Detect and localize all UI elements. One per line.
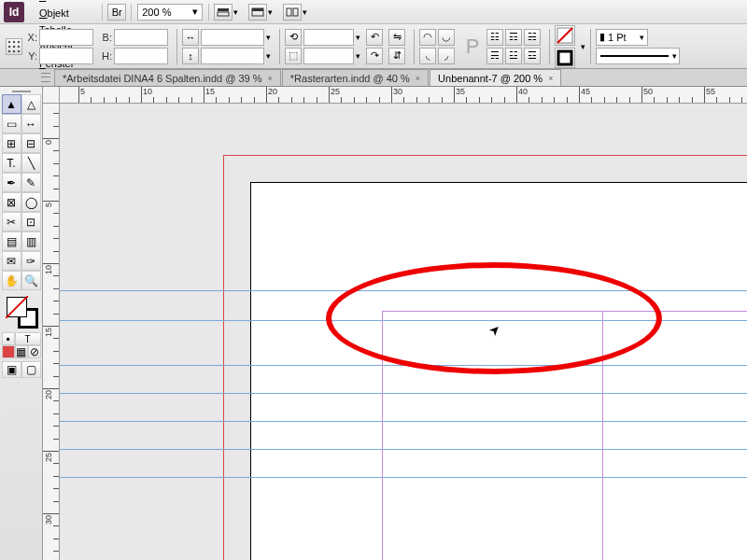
rectangle-frame-tool[interactable]: ⊠ bbox=[2, 192, 21, 212]
direct-selection-tool[interactable]: △ bbox=[21, 94, 41, 114]
stroke-style-field[interactable]: ▾ bbox=[596, 48, 680, 64]
svg-point-7 bbox=[13, 40, 16, 43]
view-mode-preview[interactable]: ▢ bbox=[21, 361, 41, 378]
color-mode-icon[interactable] bbox=[2, 345, 15, 358]
content-placer-tool[interactable]: ⊟ bbox=[21, 133, 41, 153]
pen-tool[interactable]: ✒ bbox=[2, 173, 21, 192]
close-icon[interactable]: × bbox=[268, 74, 273, 83]
height-field[interactable] bbox=[114, 48, 168, 64]
free-transform-tool[interactable]: ⊡ bbox=[21, 212, 41, 231]
zoom-level-field[interactable]: 200 %▾ bbox=[137, 4, 203, 21]
selection-tool[interactable]: ▲ bbox=[2, 94, 21, 114]
svg-rect-4 bbox=[287, 8, 291, 16]
hand-tool[interactable]: ✋ bbox=[2, 271, 21, 290]
document-tab-strip: *Arbeitsdatei DINA4 6 Spalten.indd @ 39 … bbox=[0, 69, 747, 87]
shear-icon: ⬚ bbox=[285, 48, 302, 64]
document-tab[interactable]: Unbenannt-7 @ 200 %× bbox=[430, 69, 561, 86]
control-bar: X: Y: B: H: ↔▾ ↕▾ ⟲▾ ⬚▾ ↶ ↷ ⇋ ⇵ ◠ ◡ ◟ ◞ … bbox=[0, 24, 747, 69]
scale-x-field[interactable] bbox=[201, 29, 264, 46]
rotate-cw-icon[interactable]: ↷ bbox=[366, 48, 383, 64]
separator bbox=[208, 4, 209, 21]
x-label: X: bbox=[24, 32, 37, 43]
stroke-swatch[interactable] bbox=[555, 48, 575, 68]
app-logo: Id bbox=[4, 2, 24, 22]
fill-swatch[interactable] bbox=[555, 25, 575, 46]
eyedropper-tool[interactable]: ✑ bbox=[21, 251, 41, 271]
bridge-button[interactable]: Br bbox=[107, 4, 126, 21]
gradient-mode-icon[interactable]: ▦ bbox=[15, 345, 28, 358]
y-label: Y: bbox=[24, 50, 37, 62]
apply-text-icon[interactable]: T bbox=[15, 332, 41, 345]
arrange-docs-button[interactable] bbox=[283, 4, 302, 21]
gradient-feather-tool[interactable]: ▥ bbox=[21, 231, 41, 251]
corner-shape-icon[interactable]: ◡ bbox=[438, 29, 455, 46]
wrap-icon[interactable]: ☷ bbox=[486, 29, 503, 46]
close-icon[interactable]: × bbox=[416, 74, 420, 83]
wrap-icon[interactable]: ☴ bbox=[486, 48, 503, 64]
svg-line-18 bbox=[6, 296, 28, 318]
close-icon[interactable]: × bbox=[548, 74, 553, 83]
rotate-field[interactable] bbox=[303, 29, 354, 46]
view-mode-normal[interactable]: ▣ bbox=[2, 361, 21, 378]
svg-point-8 bbox=[18, 40, 21, 43]
y-field[interactable] bbox=[39, 48, 93, 64]
w-label: B: bbox=[99, 32, 112, 43]
width-field[interactable] bbox=[114, 29, 168, 46]
fill-stroke-proxy[interactable] bbox=[3, 293, 40, 330]
svg-rect-5 bbox=[293, 8, 298, 16]
pencil-tool[interactable]: ✎ bbox=[21, 173, 41, 192]
content-collector-tool[interactable]: ⊞ bbox=[2, 133, 21, 153]
ellipse-tool[interactable]: ◯ bbox=[21, 192, 41, 212]
rotate-ccw-icon[interactable]: ↶ bbox=[366, 29, 383, 46]
tools-panel: ▲△ ▭↔ ⊞⊟ T.╲ ✒✎ ⊠◯ ✂⊡ ▤▥ ✉✑ ✋🔍 ▪T ▦⊘ ▣▢ bbox=[0, 87, 43, 560]
zoom-tool[interactable]: 🔍 bbox=[21, 271, 41, 290]
gradient-swatch-tool[interactable]: ▤ bbox=[2, 231, 21, 251]
screen-mode-button[interactable] bbox=[248, 4, 267, 21]
canvas-area: 510152025303540455055 5051015202530 ➤ bbox=[43, 87, 747, 560]
horizontal-ruler[interactable]: 510152025303540455055 bbox=[60, 87, 747, 104]
wrap-icon[interactable]: ☶ bbox=[505, 29, 522, 46]
menu-objekt[interactable]: Objekt bbox=[32, 5, 98, 21]
ruler-origin[interactable] bbox=[43, 87, 60, 104]
document-canvas[interactable]: ➤ bbox=[60, 104, 747, 560]
reference-point-proxy[interactable] bbox=[6, 38, 22, 55]
workspace: ▲△ ▭↔ ⊞⊟ T.╲ ✒✎ ⊠◯ ✂⊡ ▤▥ ✉✑ ✋🔍 ▪T ▦⊘ ▣▢ … bbox=[0, 87, 747, 560]
shear-field[interactable] bbox=[303, 48, 354, 64]
corner-p-icon: P bbox=[460, 29, 485, 64]
h-label: H: bbox=[99, 50, 112, 62]
scale-y-field[interactable] bbox=[201, 48, 264, 64]
stroke-weight-field[interactable]: ▮1 Pt▾ bbox=[596, 29, 648, 46]
corner-shape-icon[interactable]: ◠ bbox=[419, 29, 436, 46]
svg-point-9 bbox=[8, 45, 11, 48]
scissors-tool[interactable]: ✂ bbox=[2, 212, 21, 231]
flip-h-icon[interactable]: ⇋ bbox=[388, 29, 405, 46]
annotation-ellipse bbox=[326, 262, 662, 374]
svg-rect-1 bbox=[218, 12, 229, 16]
svg-point-10 bbox=[13, 45, 16, 48]
svg-point-12 bbox=[8, 49, 11, 52]
type-tool[interactable]: T. bbox=[2, 153, 21, 173]
wrap-icon[interactable]: ☳ bbox=[505, 48, 522, 64]
note-tool[interactable]: ✉ bbox=[2, 251, 21, 271]
separator bbox=[131, 4, 132, 21]
flip-v-icon[interactable]: ⇵ bbox=[388, 48, 405, 64]
wrap-icon[interactable]: ☵ bbox=[524, 29, 541, 46]
svg-point-13 bbox=[13, 49, 16, 52]
menu-bar: Id DateiBearbeitenLayoutSchriftObjektTab… bbox=[0, 0, 747, 24]
corner-shape-icon[interactable]: ◟ bbox=[419, 48, 436, 64]
vertical-ruler[interactable]: 5051015202530 bbox=[43, 104, 60, 560]
page-tool[interactable]: ▭ bbox=[2, 114, 21, 133]
x-field[interactable] bbox=[39, 29, 93, 46]
gap-tool[interactable]: ↔ bbox=[21, 114, 41, 133]
scale-y-icon: ↕ bbox=[182, 48, 199, 64]
document-tab[interactable]: *Rasterarten.indd @ 40 %× bbox=[282, 69, 429, 86]
view-options-button[interactable] bbox=[214, 4, 233, 21]
corner-shape-icon[interactable]: ◞ bbox=[438, 48, 455, 64]
none-mode-icon[interactable]: ⊘ bbox=[28, 345, 41, 358]
separator bbox=[102, 4, 103, 21]
document-tab[interactable]: *Arbeitsdatei DINA4 6 Spalten.indd @ 39 … bbox=[54, 69, 281, 86]
wrap-icon[interactable]: ☲ bbox=[524, 48, 541, 64]
apply-color-icon[interactable]: ▪ bbox=[2, 332, 15, 345]
tab-strip-handle[interactable] bbox=[41, 71, 50, 84]
line-tool[interactable]: ╲ bbox=[21, 153, 41, 173]
